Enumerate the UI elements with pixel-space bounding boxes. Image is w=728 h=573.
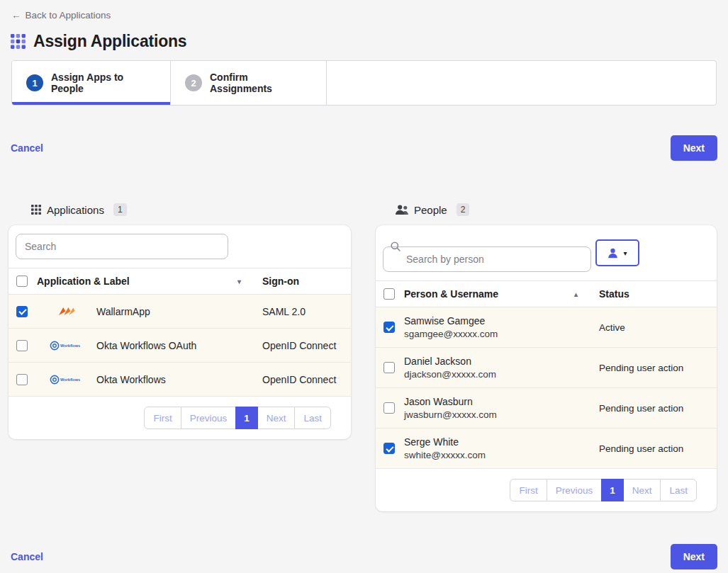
back-arrow-icon: ← [11, 10, 21, 21]
person-name: Jason Wasburn [404, 396, 599, 407]
person-username: djackson@xxxxx.com [404, 369, 599, 380]
app-signon: SAML 2.0 [262, 306, 351, 317]
person-row-checkbox[interactable] [383, 362, 395, 373]
people-select-all-checkbox[interactable] [383, 288, 395, 300]
sort-down-icon: ▾ [237, 278, 241, 285]
step-2-number: 2 [185, 74, 202, 91]
person-status: Pending user action [599, 363, 717, 373]
svg-text:Workflows: Workflows [60, 344, 80, 348]
people-panel: ▾ Person & Username ▴ Status Samwise Gam… [376, 225, 717, 511]
applications-section-icon [30, 204, 42, 215]
pagination-last-button[interactable]: Last [660, 479, 697, 501]
step-1-label: Assign Apps to People [51, 72, 156, 94]
person-row-checkbox[interactable] [383, 402, 395, 414]
table-row: Daniel Jackson djackson@xxxxx.com Pendin… [376, 348, 717, 388]
pagination-next-button[interactable]: Next [257, 407, 296, 429]
table-row: Workflows Okta Workflows OAuth OpenID Co… [9, 329, 351, 363]
step-1-number: 1 [26, 74, 43, 91]
wizard-steps: 1 Assign Apps to People 2 Confirm Assign… [11, 60, 717, 106]
applications-panel: Application & Label ▾ Sign-on [9, 225, 351, 439]
people-section-icon [395, 205, 409, 215]
app-signon: OpenID Connect [262, 340, 351, 351]
people-search-input[interactable] [383, 246, 591, 272]
person-name: Serge White [404, 436, 599, 448]
pagination-next-button[interactable]: Next [623, 479, 661, 501]
cancel-link-top[interactable]: Cancel [11, 142, 43, 154]
person-username: swhite@xxxxx.com [404, 450, 599, 460]
page-title: Assign Applications [33, 32, 186, 51]
back-link-label: Back to Applications [26, 10, 111, 21]
table-row: Workflows Okta Workflows OpenID Connect [9, 363, 351, 397]
person-status: Pending user action [599, 403, 717, 414]
person-icon [607, 248, 618, 259]
table-row: WallarmApp SAML 2.0 [9, 295, 351, 329]
pagination-first-button[interactable]: First [510, 479, 547, 501]
app-row-checkbox[interactable] [16, 306, 28, 317]
okta-workflows-logo: Workflows [50, 374, 84, 385]
applications-pagination: First Previous 1 Next Last [144, 407, 331, 429]
applications-panel-title: Applications [47, 204, 104, 216]
sort-up-icon: ▴ [574, 290, 578, 298]
person-status: Pending user action [599, 443, 717, 454]
app-row-checkbox[interactable] [16, 374, 28, 385]
table-row: Serge White swhite@xxxxx.com Pending use… [376, 429, 717, 469]
pagination-first-button[interactable]: First [144, 407, 181, 429]
applications-search-input[interactable] [16, 234, 228, 259]
app-signon: OpenID Connect [262, 374, 351, 385]
person-name: Daniel Jackson [404, 356, 599, 367]
svg-text:Workflows: Workflows [60, 378, 80, 382]
pagination-previous-button[interactable]: Previous [181, 407, 237, 429]
table-row: Jason Wasburn jwasburn@xxxxx.com Pending… [376, 388, 717, 429]
applications-column-signon: Sign-on [262, 276, 351, 287]
step-2-label: Confirm Assignments [210, 72, 312, 94]
step-confirm-assignments[interactable]: 2 Confirm Assignments [171, 61, 327, 105]
people-pagination: First Previous 1 Next Last [510, 479, 697, 501]
pagination-last-button[interactable]: Last [294, 407, 331, 429]
app-name: Okta Workflows OAuth [96, 340, 262, 351]
people-panel-title: People [414, 204, 447, 216]
people-count-badge: 2 [457, 203, 470, 216]
back-to-applications-link[interactable]: ← Back to Applications [11, 10, 111, 21]
people-column-status: Status [599, 288, 717, 300]
people-sort-header[interactable]: Person & Username ▴ [404, 288, 599, 300]
person-username: jwasburn@xxxxx.com [404, 409, 599, 420]
chevron-down-icon: ▾ [623, 249, 627, 257]
person-username: sgamgee@xxxxx.com [404, 329, 599, 339]
pagination-page-1-button[interactable]: 1 [235, 407, 258, 429]
pagination-page-1-button[interactable]: 1 [601, 479, 624, 501]
applications-count-badge: 1 [113, 203, 127, 216]
person-row-checkbox[interactable] [383, 322, 395, 333]
pagination-previous-button[interactable]: Previous [547, 479, 603, 501]
wallarm-logo [58, 306, 76, 317]
next-button-bottom[interactable]: Next [671, 544, 717, 569]
step-assign-apps-to-people[interactable]: 1 Assign Apps to People [12, 61, 171, 105]
person-name: Samwise Gamgee [404, 315, 599, 327]
next-button-top[interactable]: Next [671, 135, 717, 161]
app-row-checkbox[interactable] [16, 340, 28, 351]
applications-sort-header[interactable]: Application & Label ▾ [37, 276, 262, 287]
applications-grid-icon [10, 33, 26, 50]
okta-workflows-logo: Workflows [50, 340, 84, 351]
person-status: Active [599, 322, 717, 333]
app-name: Okta Workflows [96, 374, 262, 385]
person-row-checkbox[interactable] [383, 443, 395, 454]
people-filter-dropdown[interactable]: ▾ [595, 239, 639, 266]
app-name: WallarmApp [96, 306, 262, 317]
table-row: Samwise Gamgee sgamgee@xxxxx.com Active [376, 307, 717, 348]
applications-column-app: Application & Label [37, 276, 130, 287]
cancel-link-bottom[interactable]: Cancel [11, 551, 43, 562]
applications-select-all-checkbox[interactable] [16, 276, 28, 287]
people-column-person: Person & Username [404, 288, 498, 300]
